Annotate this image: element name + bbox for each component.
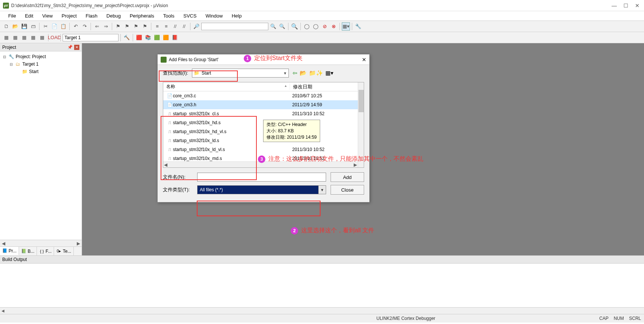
menu-peripherals[interactable]: Peripherals: [125, 12, 159, 20]
file-list-header[interactable]: 名称▴ 修改日期: [163, 82, 364, 91]
copy-icon[interactable]: 📄: [50, 22, 59, 31]
project-pane-header: Project 📌 ✕: [0, 43, 82, 51]
file-list-vscroll[interactable]: [358, 82, 364, 167]
menu-view[interactable]: View: [38, 12, 57, 20]
file-row[interactable]: ⎍startup_stm32f10x_cl.s2011/3/10 10:52: [163, 109, 364, 118]
file-row[interactable]: 📄core_cm3.c2010/6/7 10:25: [163, 91, 364, 100]
find-icon[interactable]: 🔍: [269, 22, 277, 31]
bookmark-icon[interactable]: ⚑: [114, 22, 122, 31]
file-list-hscroll[interactable]: ◀▶: [163, 161, 358, 167]
menu-debug[interactable]: Debug: [102, 12, 125, 20]
lookin-combo[interactable]: 📁 Start ▼: [192, 69, 289, 78]
file-name: startup_stm32f10x_cl.s: [173, 111, 292, 116]
cut-icon[interactable]: ✂: [41, 22, 50, 31]
file-icon: 📄: [166, 102, 173, 107]
books-icon[interactable]: 📕: [171, 34, 179, 42]
open-icon[interactable]: 📂: [11, 22, 19, 31]
target-select-combo[interactable]: [63, 34, 119, 41]
manage-components-icon[interactable]: 🟥: [135, 34, 143, 42]
column-name[interactable]: 名称▴: [163, 84, 290, 90]
menu-svcs[interactable]: SVCS: [179, 12, 201, 20]
find-combo[interactable]: [201, 23, 268, 30]
bookmark-clear-icon[interactable]: ⚑: [141, 22, 149, 31]
dialog-titlebar[interactable]: Add Files to Group 'Start' ✕: [158, 54, 369, 65]
menu-tools[interactable]: Tools: [159, 12, 179, 20]
tab-project[interactable]: 📘Pr...: [0, 247, 19, 255]
filetype-label: 文件类型(T):: [163, 186, 193, 193]
outdent-icon[interactable]: ≡: [162, 22, 170, 31]
pack-installer-icon[interactable]: 🟩: [153, 34, 161, 42]
pin-icon[interactable]: 📌: [67, 45, 73, 50]
bookmark-next-icon[interactable]: ⚑: [132, 22, 140, 31]
translate-icon[interactable]: ▦: [2, 34, 10, 42]
menu-help[interactable]: Help: [227, 12, 246, 20]
save-all-icon[interactable]: 🗃: [29, 22, 37, 31]
dropdown-icon[interactable]: ▼: [283, 71, 287, 75]
add-button[interactable]: Add: [331, 172, 364, 182]
back-icon[interactable]: ⇦: [293, 70, 297, 76]
tree-target[interactable]: ⊟ 🗂 Target 1: [1, 60, 80, 68]
options-icon[interactable]: 🔨: [123, 34, 131, 42]
dialog-title-text: Add Files to Group 'Start': [169, 57, 218, 62]
rebuild-icon[interactable]: ▦: [20, 34, 28, 42]
column-date[interactable]: 修改日期: [290, 84, 364, 90]
manage-rte-icon[interactable]: 🟧: [162, 34, 170, 42]
tree-root[interactable]: ⊟ 🔧 Project: Project: [1, 53, 80, 60]
uncomment-icon[interactable]: //: [180, 22, 188, 31]
undo-icon[interactable]: ↶: [72, 22, 80, 31]
new-icon[interactable]: 🗋: [2, 22, 10, 31]
filename-input[interactable]: [197, 173, 326, 182]
file-row[interactable]: 📄core_cm3.h2011/2/9 14:59: [163, 100, 364, 109]
nav-fwd-icon[interactable]: ⇒: [102, 22, 110, 31]
tab-templates[interactable]: 0▸Te...: [54, 247, 74, 255]
select-packs-icon[interactable]: 📚: [144, 34, 152, 42]
menu-edit[interactable]: Edit: [20, 12, 38, 20]
build-output-body[interactable]: [0, 264, 644, 308]
breakpoint-insert-icon[interactable]: ◯: [303, 22, 311, 31]
view-menu-icon[interactable]: ▦▾: [325, 70, 334, 76]
file-name: startup_stm32f10x_ld_vl.s: [173, 147, 292, 152]
close-button[interactable]: Close: [331, 185, 364, 195]
nav-back-icon[interactable]: ⇐: [93, 22, 101, 31]
dialog-close-icon[interactable]: ✕: [362, 57, 366, 63]
filetype-select[interactable]: All files (*.*) ▼: [197, 185, 326, 194]
redo-icon[interactable]: ↷: [80, 22, 89, 31]
breakpoint-enable-icon[interactable]: ◯: [312, 22, 320, 31]
build-icon[interactable]: ▦: [11, 34, 19, 42]
paste-icon[interactable]: 📋: [59, 22, 67, 31]
new-folder-icon[interactable]: 📁✨: [309, 70, 323, 76]
maximize-button[interactable]: ☐: [624, 3, 628, 9]
minimize-button[interactable]: —: [612, 3, 617, 9]
find-in-files-icon[interactable]: 🔎: [192, 22, 201, 31]
up-folder-icon[interactable]: 📂: [300, 70, 307, 76]
close-button[interactable]: ✕: [635, 3, 640, 9]
configure-icon[interactable]: 🔧: [354, 22, 362, 31]
save-icon[interactable]: 💾: [20, 22, 28, 31]
file-row[interactable]: ⎍startup_stm32f10x_ld_vl.s2011/3/10 10:5…: [163, 145, 364, 154]
menu-flash[interactable]: Flash: [81, 12, 102, 20]
breakpoint-disable-icon[interactable]: ⊘: [321, 22, 329, 31]
filetype-dropdown-icon[interactable]: ▼: [318, 186, 326, 194]
breakpoint-kill-icon[interactable]: ⊗: [329, 22, 338, 31]
stop-build-icon[interactable]: ▦: [38, 34, 46, 42]
project-hscrollbar[interactable]: ◀▶: [0, 240, 82, 246]
tab-functions[interactable]: { }F...: [37, 247, 54, 255]
menu-window[interactable]: Window: [201, 12, 227, 20]
incremental-find-icon[interactable]: 🔍: [278, 22, 286, 31]
tree-group-start[interactable]: 📁 Start: [1, 68, 80, 75]
window-layout-icon[interactable]: ▦▾: [342, 22, 350, 31]
tab-books[interactable]: 📗B...: [19, 247, 37, 255]
bookmark-prev-icon[interactable]: ⚑: [123, 22, 131, 31]
build-output-hscroll[interactable]: ◀: [0, 308, 644, 314]
menu-file[interactable]: File: [4, 12, 20, 20]
pane-close-icon[interactable]: ✕: [74, 45, 79, 50]
batch-build-icon[interactable]: ▦: [29, 34, 37, 42]
indent-icon[interactable]: ≡: [153, 22, 161, 31]
title-bar: µV D:\desk\stm32f1\my_Stm32_Projects\my_…: [0, 0, 644, 11]
debug-start-icon[interactable]: 🔍: [290, 22, 299, 31]
comment-icon[interactable]: //: [171, 22, 179, 31]
status-cap: CAP: [599, 316, 609, 321]
download-icon[interactable]: LOAD: [50, 34, 59, 42]
menu-project[interactable]: Project: [57, 12, 81, 20]
project-tree[interactable]: ⊟ 🔧 Project: Project ⊟ 🗂 Target 1 📁 Star…: [0, 51, 82, 240]
